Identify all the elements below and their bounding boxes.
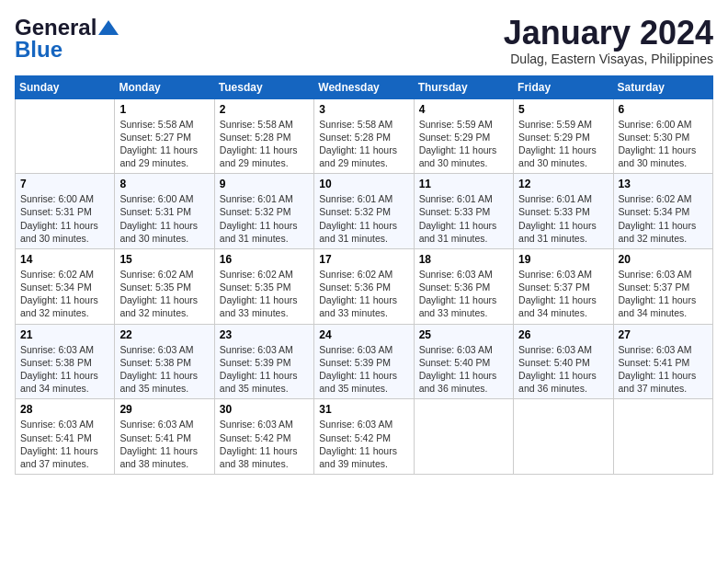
day-number: 23 — [220, 328, 309, 341]
day-number: 26 — [518, 328, 608, 341]
calendar-cell: 22Sunrise: 6:03 AMSunset: 5:38 PMDayligh… — [115, 324, 214, 399]
day-info: Sunrise: 6:03 AMSunset: 5:37 PMDaylight:… — [619, 268, 708, 320]
calendar-cell — [514, 399, 613, 475]
calendar-cell: 6Sunrise: 6:00 AMSunset: 5:30 PMDaylight… — [613, 98, 712, 174]
day-info: Sunrise: 6:03 AMSunset: 5:41 PMDaylight:… — [119, 418, 209, 470]
day-number: 22 — [119, 328, 209, 341]
day-number: 9 — [220, 178, 309, 190]
day-number: 28 — [20, 403, 109, 416]
day-info: Sunrise: 6:03 AMSunset: 5:40 PMDaylight:… — [419, 343, 508, 396]
calendar-cell: 15Sunrise: 6:02 AMSunset: 5:35 PMDayligh… — [115, 248, 214, 324]
day-info: Sunrise: 6:00 AMSunset: 5:31 PMDaylight:… — [119, 192, 209, 245]
day-number: 17 — [319, 253, 408, 266]
calendar-cell: 30Sunrise: 6:03 AMSunset: 5:42 PMDayligh… — [214, 399, 313, 475]
day-info: Sunrise: 6:03 AMSunset: 5:39 PMDaylight:… — [220, 343, 309, 396]
day-info: Sunrise: 5:58 AMSunset: 5:27 PMDaylight:… — [119, 118, 209, 170]
title-area: January 2024 Dulag, Eastern Visayas, Phi… — [504, 15, 713, 66]
calendar-cell: 13Sunrise: 6:02 AMSunset: 5:34 PMDayligh… — [613, 174, 712, 249]
weekday-header-friday: Friday — [514, 75, 613, 98]
day-info: Sunrise: 6:02 AMSunset: 5:34 PMDaylight:… — [20, 268, 109, 320]
calendar-week-3: 14Sunrise: 6:02 AMSunset: 5:34 PMDayligh… — [16, 248, 713, 324]
weekday-header-saturday: Saturday — [613, 75, 712, 98]
day-info: Sunrise: 6:03 AMSunset: 5:38 PMDaylight:… — [20, 343, 109, 396]
calendar-cell: 14Sunrise: 6:02 AMSunset: 5:34 PMDayligh… — [16, 248, 115, 324]
day-info: Sunrise: 6:02 AMSunset: 5:35 PMDaylight:… — [119, 268, 209, 320]
day-number: 30 — [220, 403, 309, 416]
calendar-week-4: 21Sunrise: 6:03 AMSunset: 5:38 PMDayligh… — [16, 324, 713, 399]
day-info: Sunrise: 6:02 AMSunset: 5:34 PMDaylight:… — [619, 192, 708, 245]
day-info: Sunrise: 6:01 AMSunset: 5:32 PMDaylight:… — [220, 192, 309, 245]
day-info: Sunrise: 6:03 AMSunset: 5:39 PMDaylight:… — [319, 343, 408, 396]
day-number: 7 — [20, 178, 109, 190]
logo-blue: Blue — [15, 37, 63, 63]
calendar-cell: 4Sunrise: 5:59 AMSunset: 5:29 PMDaylight… — [414, 98, 513, 174]
day-number: 18 — [419, 253, 508, 266]
day-info: Sunrise: 6:03 AMSunset: 5:41 PMDaylight:… — [619, 343, 708, 396]
day-number: 12 — [518, 178, 608, 190]
day-info: Sunrise: 5:59 AMSunset: 5:29 PMDaylight:… — [419, 118, 508, 170]
calendar-cell: 5Sunrise: 5:59 AMSunset: 5:29 PMDaylight… — [514, 98, 613, 174]
day-info: Sunrise: 6:01 AMSunset: 5:33 PMDaylight:… — [518, 192, 608, 245]
calendar-cell: 21Sunrise: 6:03 AMSunset: 5:38 PMDayligh… — [16, 324, 115, 399]
calendar-week-5: 28Sunrise: 6:03 AMSunset: 5:41 PMDayligh… — [16, 399, 713, 475]
day-number: 3 — [319, 103, 408, 116]
day-number: 4 — [419, 103, 508, 116]
calendar-cell: 29Sunrise: 6:03 AMSunset: 5:41 PMDayligh… — [115, 399, 214, 475]
day-info: Sunrise: 6:01 AMSunset: 5:33 PMDaylight:… — [419, 192, 508, 245]
day-number: 6 — [619, 103, 708, 116]
day-number: 21 — [20, 328, 109, 341]
day-number: 19 — [518, 253, 608, 266]
day-info: Sunrise: 6:01 AMSunset: 5:32 PMDaylight:… — [319, 192, 408, 245]
weekday-header-wednesday: Wednesday — [314, 75, 414, 98]
calendar-week-1: 1Sunrise: 5:58 AMSunset: 5:27 PMDaylight… — [16, 98, 713, 174]
month-title: January 2024 — [504, 15, 713, 52]
day-number: 14 — [20, 253, 109, 266]
calendar-cell: 3Sunrise: 5:58 AMSunset: 5:28 PMDaylight… — [314, 98, 414, 174]
calendar-cell: 17Sunrise: 6:02 AMSunset: 5:36 PMDayligh… — [314, 248, 414, 324]
day-info: Sunrise: 6:00 AMSunset: 5:30 PMDaylight:… — [619, 118, 708, 170]
page-header: General Blue January 2024 Dulag, Eastern… — [15, 15, 713, 66]
calendar-cell: 23Sunrise: 6:03 AMSunset: 5:39 PMDayligh… — [214, 324, 313, 399]
day-number: 10 — [319, 178, 408, 190]
day-info: Sunrise: 6:03 AMSunset: 5:41 PMDaylight:… — [20, 418, 109, 470]
day-number: 25 — [419, 328, 508, 341]
day-info: Sunrise: 6:03 AMSunset: 5:38 PMDaylight:… — [119, 343, 209, 396]
day-info: Sunrise: 6:03 AMSunset: 5:40 PMDaylight:… — [518, 343, 608, 396]
calendar-cell: 24Sunrise: 6:03 AMSunset: 5:39 PMDayligh… — [314, 324, 414, 399]
calendar-cell: 10Sunrise: 6:01 AMSunset: 5:32 PMDayligh… — [314, 174, 414, 249]
calendar-cell: 18Sunrise: 6:03 AMSunset: 5:36 PMDayligh… — [414, 248, 513, 324]
day-number: 29 — [119, 403, 209, 416]
calendar-cell: 19Sunrise: 6:03 AMSunset: 5:37 PMDayligh… — [514, 248, 613, 324]
day-number: 5 — [518, 103, 608, 116]
calendar-cell: 27Sunrise: 6:03 AMSunset: 5:41 PMDayligh… — [613, 324, 712, 399]
day-info: Sunrise: 6:03 AMSunset: 5:36 PMDaylight:… — [419, 268, 508, 320]
calendar-cell: 28Sunrise: 6:03 AMSunset: 5:41 PMDayligh… — [16, 399, 115, 475]
calendar-body: 1Sunrise: 5:58 AMSunset: 5:27 PMDaylight… — [16, 98, 713, 474]
weekday-header-thursday: Thursday — [414, 75, 513, 98]
logo: General Blue — [15, 15, 119, 63]
calendar-cell: 20Sunrise: 6:03 AMSunset: 5:37 PMDayligh… — [613, 248, 712, 324]
weekday-header-tuesday: Tuesday — [214, 75, 313, 98]
day-number: 13 — [619, 178, 708, 190]
calendar-cell: 9Sunrise: 6:01 AMSunset: 5:32 PMDaylight… — [214, 174, 313, 249]
day-info: Sunrise: 6:03 AMSunset: 5:42 PMDaylight:… — [319, 418, 408, 470]
svg-marker-0 — [98, 20, 119, 35]
day-number: 31 — [319, 403, 408, 416]
weekday-header-sunday: Sunday — [16, 75, 115, 98]
day-number: 27 — [619, 328, 708, 341]
day-number: 11 — [419, 178, 508, 190]
calendar-cell: 16Sunrise: 6:02 AMSunset: 5:35 PMDayligh… — [214, 248, 313, 324]
calendar-week-2: 7Sunrise: 6:00 AMSunset: 5:31 PMDaylight… — [16, 174, 713, 249]
day-info: Sunrise: 5:59 AMSunset: 5:29 PMDaylight:… — [518, 118, 608, 170]
calendar-cell: 1Sunrise: 5:58 AMSunset: 5:27 PMDaylight… — [115, 98, 214, 174]
day-info: Sunrise: 6:03 AMSunset: 5:42 PMDaylight:… — [220, 418, 309, 470]
logo-icon — [98, 20, 119, 35]
calendar-cell — [414, 399, 513, 475]
calendar-cell — [16, 98, 115, 174]
calendar-cell: 7Sunrise: 6:00 AMSunset: 5:31 PMDaylight… — [16, 174, 115, 249]
day-number: 24 — [319, 328, 408, 341]
day-number: 15 — [119, 253, 209, 266]
day-number: 20 — [619, 253, 708, 266]
calendar-cell: 26Sunrise: 6:03 AMSunset: 5:40 PMDayligh… — [514, 324, 613, 399]
calendar-header-row: SundayMondayTuesdayWednesdayThursdayFrid… — [16, 75, 713, 98]
